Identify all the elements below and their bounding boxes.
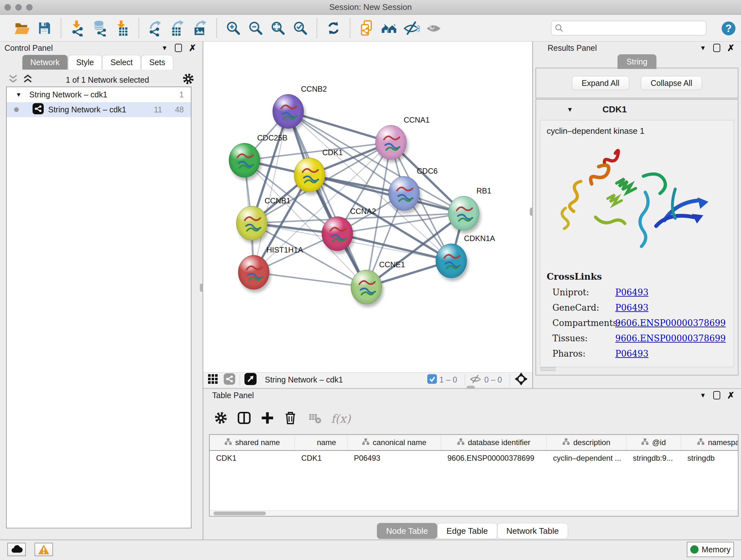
- table-row[interactable]: CDK1CDK1P064939606.ENSP00000378699cyclin…: [210, 451, 738, 465]
- network-options-gear-icon[interactable]: [182, 73, 194, 87]
- float-panel-icon[interactable]: ▼: [700, 44, 706, 52]
- gene-section-header[interactable]: ▼ CDK1: [536, 100, 738, 119]
- float-panel-icon[interactable]: ▼: [700, 392, 706, 399]
- memory-button[interactable]: Memory: [687, 542, 734, 557]
- network-node[interactable]: [351, 270, 382, 304]
- fit-content-crosshair-icon[interactable]: [515, 372, 528, 388]
- column-header[interactable]: shared name: [210, 435, 295, 450]
- maximize-panel-icon[interactable]: [713, 391, 720, 399]
- function-builder-icon[interactable]: f(x): [331, 412, 351, 425]
- results-scrollbar-notch[interactable]: [541, 367, 555, 371]
- collapse-all-button[interactable]: Collapse All: [641, 76, 702, 90]
- tab-node-table[interactable]: Node Table: [377, 523, 437, 539]
- zoom-selected-icon[interactable]: [291, 19, 309, 37]
- column-header[interactable]: name: [295, 435, 347, 450]
- crosslink-link[interactable]: 9606.ENSP00000378699: [615, 318, 726, 328]
- close-panel-icon[interactable]: ✗: [727, 43, 735, 53]
- network-node[interactable]: [448, 196, 479, 231]
- import-table-file-icon[interactable]: [113, 19, 131, 37]
- network-view-canvas[interactable]: CCNB2CCNA1CDC25BCDK1CDC6RB1CCNB1CCNA2CDK…: [203, 42, 532, 372]
- expand-all-networks-icon[interactable]: [23, 74, 32, 85]
- tab-select[interactable]: Select: [103, 55, 140, 70]
- string-home-icon[interactable]: [380, 19, 398, 37]
- scrollbar-thumb[interactable]: [213, 511, 266, 515]
- table-gear-icon[interactable]: [214, 411, 227, 426]
- show-all-eye-icon[interactable]: [425, 19, 443, 37]
- network-node[interactable]: [236, 206, 267, 240]
- import-network-database-icon[interactable]: [91, 19, 109, 37]
- show-columns-icon[interactable]: [237, 411, 251, 426]
- grid-mode-icon[interactable]: [208, 374, 218, 386]
- column-header[interactable]: @id: [626, 435, 681, 450]
- network-edge[interactable]: [254, 272, 366, 287]
- network-node[interactable]: [229, 143, 260, 178]
- network-node[interactable]: [238, 255, 269, 290]
- network-edge[interactable]: [288, 111, 366, 287]
- network-node[interactable]: [273, 94, 304, 129]
- float-panel-icon[interactable]: ▼: [161, 44, 168, 52]
- network-node[interactable]: [294, 158, 325, 192]
- warning-status-button[interactable]: [35, 543, 53, 556]
- table-cell[interactable]: cyclin–dependent ...: [547, 454, 626, 462]
- hide-selected-eye-icon[interactable]: [402, 19, 420, 37]
- add-column-icon[interactable]: [261, 411, 274, 426]
- import-network-file-icon[interactable]: [69, 19, 86, 37]
- network-node[interactable]: [435, 244, 467, 278]
- string-view-icon[interactable]: [224, 373, 235, 387]
- search-input[interactable]: [563, 22, 706, 35]
- crosslink-label: Tissues:: [547, 333, 615, 343]
- table-cell[interactable]: stringdb: [681, 454, 738, 462]
- close-panel-icon[interactable]: ✗: [189, 43, 196, 53]
- crosslink-link[interactable]: P06493: [615, 303, 649, 313]
- crosslink-link[interactable]: 9606.ENSP00000378699: [615, 333, 726, 343]
- tab-string[interactable]: String: [617, 54, 656, 69]
- network-node[interactable]: [388, 176, 420, 211]
- save-session-icon[interactable]: [36, 19, 53, 37]
- table-cell[interactable]: CDK1: [210, 454, 295, 462]
- tab-network[interactable]: Network: [22, 55, 68, 70]
- expand-all-button[interactable]: Expand All: [572, 76, 629, 90]
- maximize-panel-icon[interactable]: [713, 44, 720, 52]
- copy-network-icon[interactable]: [358, 19, 376, 37]
- network-edge[interactable]: [337, 234, 451, 261]
- tab-edge-table[interactable]: Edge Table: [437, 523, 497, 539]
- zoom-out-icon[interactable]: [247, 19, 265, 37]
- open-session-icon[interactable]: [13, 19, 31, 37]
- section-collapse-icon[interactable]: ▼: [536, 106, 573, 113]
- table-cell[interactable]: CDK1: [295, 454, 347, 462]
- crosslink-link[interactable]: P06493: [615, 349, 649, 359]
- hidden-eye-icon[interactable]: [469, 373, 482, 387]
- export-image-icon[interactable]: [191, 19, 209, 37]
- cloud-status-button[interactable]: [7, 543, 26, 556]
- birdseye-view-icon[interactable]: [245, 373, 257, 387]
- refresh-icon[interactable]: [325, 19, 342, 37]
- table-cell[interactable]: 9606.ENSP00000378699: [441, 454, 547, 462]
- delete-table-icon[interactable]: [309, 412, 321, 426]
- selected-checkbox-icon[interactable]: [427, 374, 437, 386]
- network-node[interactable]: [322, 216, 353, 251]
- export-network-icon[interactable]: [146, 19, 164, 37]
- help-icon[interactable]: ?: [720, 19, 738, 37]
- delete-column-trash-icon[interactable]: [284, 411, 297, 426]
- collapse-all-networks-icon[interactable]: [8, 74, 18, 85]
- network-collection-row[interactable]: ▼ String Network – cdk1 1: [7, 87, 191, 102]
- zoom-in-icon[interactable]: [224, 19, 242, 37]
- column-header[interactable]: database identifier: [441, 435, 547, 450]
- network-node[interactable]: [375, 125, 407, 160]
- table-horizontal-scrollbar[interactable]: [210, 510, 738, 516]
- zoom-fit-icon[interactable]: [269, 19, 287, 37]
- maximize-panel-icon[interactable]: [175, 44, 182, 52]
- tab-network-table[interactable]: Network Table: [497, 523, 568, 539]
- export-table-icon[interactable]: [169, 19, 187, 37]
- network-row[interactable]: String Network – cdk1 11 48: [7, 102, 191, 117]
- crosslink-link[interactable]: P06493: [615, 287, 649, 297]
- collection-expand-icon[interactable]: ▼: [7, 91, 22, 98]
- column-header[interactable]: description: [547, 435, 626, 450]
- column-header[interactable]: namespace: [681, 435, 738, 450]
- column-header[interactable]: canonical name: [347, 435, 441, 450]
- table-cell[interactable]: stringdb:9...: [626, 454, 681, 462]
- tab-sets[interactable]: Sets: [141, 55, 173, 70]
- table-cell[interactable]: P06493: [347, 454, 441, 462]
- close-panel-icon[interactable]: ✗: [727, 390, 735, 401]
- tab-style[interactable]: Style: [68, 55, 102, 70]
